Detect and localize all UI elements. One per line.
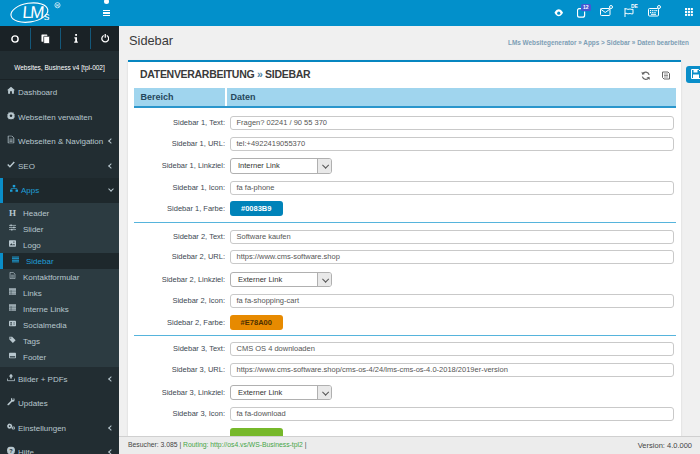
svg-text:R: R xyxy=(56,3,59,8)
svg-text:s: s xyxy=(44,11,51,23)
svg-text:?: ? xyxy=(9,448,13,454)
svg-text:LM: LM xyxy=(22,3,44,22)
